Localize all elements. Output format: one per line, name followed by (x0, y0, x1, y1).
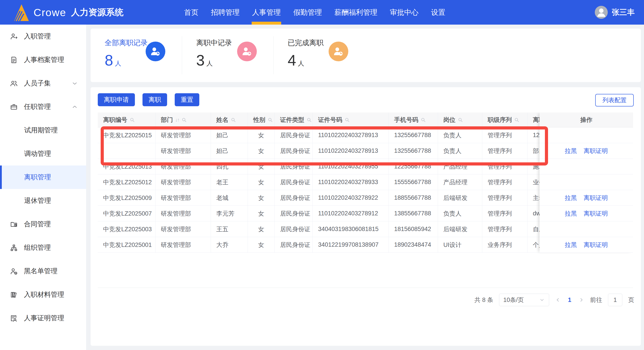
nav-item-假勤管理[interactable]: 假勤管理 (293, 0, 322, 24)
stat-tab-全部离职记录[interactable]: 全部离职记录8人 (90, 29, 182, 82)
action-link-离职证明[interactable]: 离职证明 (584, 194, 608, 202)
cell-手机号码: 13255667788 (389, 143, 438, 159)
nav-item-label: 薪酬福利管理 (334, 8, 377, 16)
goto-page-input[interactable] (608, 294, 622, 306)
org-icon (10, 244, 18, 252)
cell-姓名: 老王 (211, 174, 248, 190)
pagination-total: 共 8 条 (474, 296, 493, 304)
nav-item-label: 招聘管理 (211, 8, 240, 16)
goto-label: 前往 (590, 296, 602, 304)
nav-item-招聘管理[interactable]: 招聘管理 (211, 0, 240, 24)
cell-性别: 女 (248, 190, 275, 206)
column-header-证件类型[interactable]: 证件类型 (275, 112, 313, 128)
cell-离职编号: 中竞发LZ2025013 (98, 159, 156, 174)
search-icon[interactable] (514, 117, 520, 123)
prev-page-button[interactable] (555, 297, 561, 303)
top-navbar: Crowe 人力资源系统 首页招聘管理人事管理假勤管理薪酬福利管理审批中心设置 … (0, 0, 644, 24)
stat-number: 8 (105, 52, 113, 69)
column-header-岗位[interactable]: 岗位 (438, 112, 482, 128)
column-header-手机号码[interactable]: 手机号码 (389, 112, 438, 128)
column-header-证件号码[interactable]: 证件号码 (313, 112, 389, 128)
stat-number: 4 (288, 52, 296, 69)
cell-职级序列: 管理序列 (482, 222, 528, 237)
current-page[interactable]: 1 (567, 296, 572, 304)
sidebar-item-人事证明管理[interactable]: 人事证明管理 (0, 306, 86, 330)
fixed-action-column: 操作拉黑离职证明拉黑离职证明拉黑离职证明拉黑离职证明 (540, 112, 633, 253)
stat-tab-离职中记录[interactable]: 离职中记录3人 (182, 29, 273, 82)
stat-unit: 人 (115, 60, 121, 67)
sidebar-item-入职管理[interactable]: 入职管理 (0, 24, 86, 48)
cell-职级序列: 业务序列 (482, 237, 528, 253)
pagination: 共 8 条 10条/页 1 前往 页 (474, 294, 634, 306)
cell-岗位: 后端研发 (438, 222, 482, 237)
cell-部门: 研发管理部 (156, 143, 211, 159)
action-link-离职证明[interactable]: 离职证明 (584, 147, 608, 155)
action-link-拉黑[interactable]: 拉黑 (565, 147, 577, 155)
cell-姓名: 大乔 (211, 237, 248, 253)
sidebar-item-入职材料管理[interactable]: 入职材料管理 (0, 283, 86, 306)
nav-item-薪酬福利管理[interactable]: 薪酬福利管理 (334, 0, 377, 24)
action-link-拉黑[interactable]: 拉黑 (565, 194, 577, 202)
sidebar-item-黑名单管理[interactable]: 黑名单管理 (0, 260, 86, 283)
stat-number: 3 (196, 52, 205, 69)
column-header-姓名[interactable]: 姓名 (211, 112, 248, 128)
sidebar-item-试用期管理[interactable]: 试用期管理 (0, 118, 86, 142)
column-header-离职编号[interactable]: 离职编号 (98, 112, 156, 128)
cell-性别: 女 (248, 174, 275, 190)
button-离职申请[interactable]: 离职申请 (98, 93, 135, 106)
cell-手机号码: 15555667788 (389, 174, 438, 190)
search-icon[interactable] (268, 117, 273, 123)
nav-item-label: 首页 (184, 8, 198, 16)
search-icon[interactable] (458, 117, 463, 123)
column-header-部门[interactable]: 部门↓↑ (156, 112, 211, 128)
nav-item-人事管理[interactable]: 人事管理 (252, 0, 281, 24)
cell-离职编号: 中竞发LZ2025001 (98, 237, 156, 253)
column-header-性别[interactable]: 性别 (248, 112, 275, 128)
sidebar-item-人事档案管理[interactable]: 人事档案管理 (0, 48, 86, 72)
page-size-select[interactable]: 10条/页 (499, 294, 549, 306)
sidebar: 入职管理人事档案管理人员子集任职管理试用期管理调动管理离职管理退休管理合同管理组… (0, 24, 86, 350)
search-icon[interactable] (420, 117, 426, 123)
cell-证件号码: 110102202403278913 (313, 128, 389, 143)
sidebar-item-label: 黑名单管理 (24, 266, 58, 276)
column-header-label: 证件类型 (280, 116, 304, 124)
action-link-拉黑[interactable]: 拉黑 (565, 241, 577, 249)
action-link-拉黑[interactable]: 拉黑 (565, 210, 577, 218)
nav-item-审批中心[interactable]: 审批中心 (390, 0, 418, 24)
search-icon[interactable] (344, 117, 350, 123)
nav-item-设置[interactable]: 设置 (431, 0, 445, 24)
stats-card: 全部离职记录8人离职中记录3人已完成离职4人 (90, 29, 641, 82)
cell-性别: 女 (248, 159, 275, 174)
column-header-职级序列[interactable]: 职级序列 (482, 112, 528, 128)
cell-岗位: UI设计 (438, 237, 482, 253)
sidebar-item-任职管理[interactable]: 任职管理 (0, 95, 86, 118)
sidebar-item-组织管理[interactable]: 组织管理 (0, 236, 86, 260)
search-icon[interactable] (182, 117, 187, 123)
next-page-button[interactable] (578, 297, 584, 303)
nav-item-首页[interactable]: 首页 (184, 0, 198, 24)
sidebar-item-离职管理[interactable]: 离职管理 (0, 166, 86, 189)
sidebar-item-label: 入职材料管理 (24, 290, 64, 299)
materials-icon (10, 291, 18, 298)
search-icon[interactable] (306, 117, 312, 123)
sidebar-item-合同管理[interactable]: 合同管理 (0, 212, 86, 236)
cell-证件类型: 居民身份证 (275, 159, 313, 174)
sidebar-item-label: 试用期管理 (24, 126, 58, 135)
page-size-value: 10条/页 (503, 296, 524, 304)
cell-性别: 女 (248, 222, 275, 237)
sidebar-item-退休管理[interactable]: 退休管理 (0, 189, 86, 212)
user-menu[interactable]: 张三丰 (595, 0, 634, 24)
cell-岗位: 后端研发 (438, 190, 482, 206)
button-重置[interactable]: 重置 (175, 93, 199, 106)
action-link-离职证明[interactable]: 离职证明 (584, 241, 608, 249)
button-离职[interactable]: 离职 (142, 93, 167, 106)
sidebar-item-label: 离职管理 (24, 173, 51, 182)
sort-icon[interactable]: ↓↑ (175, 117, 179, 123)
stat-tab-已完成离职[interactable]: 已完成离职4人 (274, 29, 365, 82)
action-link-离职证明[interactable]: 离职证明 (584, 210, 608, 218)
sidebar-item-人员子集[interactable]: 人员子集 (0, 72, 86, 95)
sidebar-item-调动管理[interactable]: 调动管理 (0, 142, 86, 166)
search-icon[interactable] (130, 117, 135, 123)
search-icon[interactable] (230, 117, 236, 123)
list-config-button[interactable]: 列表配置 (595, 94, 634, 106)
